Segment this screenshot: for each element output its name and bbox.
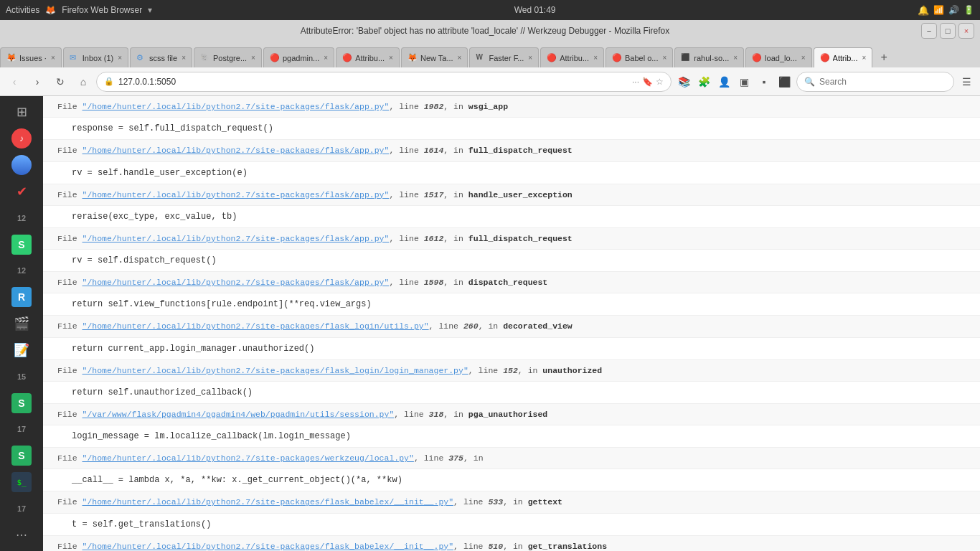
tab-inbox[interactable]: ✉ Inbox (1) ×: [63, 47, 128, 67]
code-text: reraise(exc_type, exc_value, tb): [72, 212, 237, 222]
tab-postgres[interactable]: 🐘 Postgre... ×: [194, 47, 262, 67]
tab-favicon-postgres: 🐘: [200, 53, 210, 63]
line-number: 1612: [424, 234, 444, 243]
traceback-file-line: File "/home/hunter/.local/lib/python2.7/…: [43, 316, 980, 337]
sidebar-notepad-icon[interactable]: 📝: [5, 338, 38, 362]
code-text: response = self.full_dispatch_request(): [72, 123, 273, 133]
tab-attrib1[interactable]: 🔴 Attribu... ×: [336, 47, 400, 67]
traceback-file-line: File "/home/hunter/.local/lib/python2.7/…: [43, 96, 980, 118]
app-label[interactable]: Firefox Web Browser: [62, 5, 142, 15]
library-icon[interactable]: 📚: [674, 72, 693, 91]
tab-close-rahul[interactable]: ×: [733, 54, 738, 62]
tab-close-attrib1[interactable]: ×: [389, 54, 393, 62]
file-path[interactable]: "/home/hunter/.local/lib/python2.7/site-…: [83, 278, 390, 287]
tab-attrib3[interactable]: 🔴 Attrib... ×: [814, 47, 873, 67]
profile-icon[interactable]: 👤: [715, 72, 733, 91]
sidebar-num12-2[interactable]: 12: [5, 259, 38, 283]
sidebar-apps-icon[interactable]: ⋯: [5, 523, 38, 547]
tab-close-issues[interactable]: ×: [51, 54, 55, 62]
traceback-file-line: File "/home/hunter/.local/lib/python2.7/…: [43, 536, 980, 552]
tab-newtab[interactable]: 🦊 New Ta... ×: [401, 47, 468, 67]
pip-icon[interactable]: ▪: [755, 72, 773, 91]
sidebar-clapper-icon[interactable]: 🎬: [5, 312, 38, 336]
file-path[interactable]: "/home/hunter/.local/lib/python2.7/site-…: [83, 497, 454, 507]
line-number: 375: [448, 453, 463, 463]
search-input[interactable]: [819, 77, 946, 87]
file-path[interactable]: "/home/hunter/.local/lib/python2.7/site-…: [83, 453, 414, 463]
sidebar-sound-icon[interactable]: ♪: [5, 127, 38, 151]
search-bar[interactable]: 🔍: [796, 72, 954, 92]
sidebar-num17-2[interactable]: 17: [5, 496, 38, 520]
star-icon[interactable]: ☆: [656, 77, 664, 87]
tab-favicon-css: ⚙: [136, 53, 146, 63]
tab-close-css[interactable]: ×: [182, 54, 186, 62]
tab-close-faster[interactable]: ×: [528, 54, 532, 62]
sidebar-grid-icon[interactable]: ⊞: [5, 100, 38, 124]
line-number: 152: [503, 366, 518, 375]
tab-close-babel[interactable]: ×: [662, 54, 666, 62]
sidebar-num15[interactable]: 15: [5, 364, 38, 388]
taskbar-sidebar: ⊞ ♪ ✔ 12 S 12 R 🎬 📝 15 S: [0, 96, 43, 551]
traceback-code-line: login_message = lm.localize_callback(lm.…: [43, 425, 980, 448]
file-path[interactable]: "/home/hunter/.local/lib/python2.7/site-…: [83, 146, 390, 155]
minimize-button[interactable]: −: [921, 23, 937, 39]
file-path[interactable]: "/home/hunter/.local/lib/python2.7/site-…: [83, 321, 429, 331]
tab-close-loadlo[interactable]: ×: [801, 54, 806, 62]
activities-label[interactable]: Activities: [6, 5, 39, 15]
tab-babel[interactable]: 🔴 Babel o... ×: [606, 47, 673, 67]
extensions-icon[interactable]: 🧩: [694, 72, 713, 91]
sidebar-task-icon[interactable]: ✔: [5, 179, 38, 203]
window-title-bar: AttributeError: 'Babel' object has no at…: [0, 20, 980, 42]
back-button[interactable]: ‹: [4, 72, 24, 92]
file-path[interactable]: "/home/hunter/.local/lib/python2.7/site-…: [83, 234, 390, 243]
code-text: return self.unauthorized_callback(): [72, 387, 253, 397]
sidebar-drop-icon[interactable]: [5, 154, 38, 177]
maximize-button[interactable]: □: [940, 23, 956, 39]
forward-button[interactable]: ›: [27, 72, 47, 92]
new-tab-button[interactable]: +: [874, 47, 894, 67]
tab-faster[interactable]: W Faster F... ×: [469, 47, 539, 67]
sidebar-s-2[interactable]: S: [5, 391, 38, 415]
tab-label-inbox: Inbox (1): [83, 54, 113, 62]
sidebar-num17[interactable]: 17: [5, 418, 38, 441]
sidebar-num12-1[interactable]: 12: [5, 206, 38, 230]
sidebar-toggle-icon[interactable]: ▣: [735, 72, 753, 91]
tab-close-attrib2[interactable]: ×: [593, 54, 598, 62]
tab-rahul[interactable]: ⬛ rahul-so... ×: [674, 47, 744, 67]
hamburger-menu-icon[interactable]: ☰: [957, 72, 976, 91]
file-path[interactable]: "/var/www/flask/pgadmin4/pgadmin4/web/pg…: [83, 410, 395, 419]
tab-favicon-inbox: ✉: [70, 53, 80, 63]
file-path[interactable]: "/home/hunter/.local/lib/python2.7/site-…: [83, 366, 468, 375]
bookmark-dots-icon[interactable]: ···: [632, 77, 639, 87]
sidebar-terminal-icon[interactable]: $_: [5, 471, 38, 494]
tab-label-attrib2: Attribu...: [560, 54, 589, 62]
func-name: get_translations: [528, 542, 607, 551]
tab-pgadmin[interactable]: 🔴 pgadmin... ×: [263, 47, 334, 67]
stop-icon[interactable]: ⬛: [775, 72, 793, 91]
file-path[interactable]: "/home/hunter/.local/lib/python2.7/site-…: [83, 542, 454, 551]
sidebar-s-3[interactable]: S: [5, 444, 38, 468]
sidebar-r-icon[interactable]: R: [5, 286, 38, 309]
home-button[interactable]: ⌂: [73, 72, 93, 92]
sidebar-s-1[interactable]: S: [5, 232, 38, 256]
bookmark-icon[interactable]: 🔖: [642, 77, 653, 87]
tab-close-newtab[interactable]: ×: [458, 54, 462, 62]
reload-button[interactable]: ↻: [50, 72, 70, 92]
tab-css[interactable]: ⚙ scss file ×: [130, 47, 192, 67]
close-button[interactable]: ×: [958, 23, 974, 39]
tab-close-pgadmin[interactable]: ×: [324, 54, 328, 62]
func-name: full_dispatch_request: [468, 234, 573, 243]
tab-favicon-issues: 🦊: [6, 53, 17, 63]
tab-attrib2[interactable]: 🔴 Attribu... ×: [540, 47, 604, 67]
tab-close-postgres[interactable]: ×: [251, 54, 255, 62]
file-path[interactable]: "/home/hunter/.local/lib/python2.7/site-…: [83, 190, 390, 199]
tab-close-attrib3[interactable]: ×: [862, 54, 866, 62]
func-name: unauthorized: [542, 366, 602, 375]
tab-issues[interactable]: 🦊 Issues · ×: [0, 47, 62, 67]
tab-close-inbox[interactable]: ×: [118, 54, 122, 62]
url-bar[interactable]: 🔒 127.0.0.1:5050 ··· 🔖 ☆: [96, 72, 672, 92]
func-name: dispatch_request: [468, 278, 547, 287]
window-controls[interactable]: − □ ×: [921, 23, 974, 39]
file-path[interactable]: "/home/hunter/.local/lib/python2.7/site-…: [83, 102, 390, 111]
tab-loadlo[interactable]: 🔴 load_lo... ×: [745, 47, 812, 67]
